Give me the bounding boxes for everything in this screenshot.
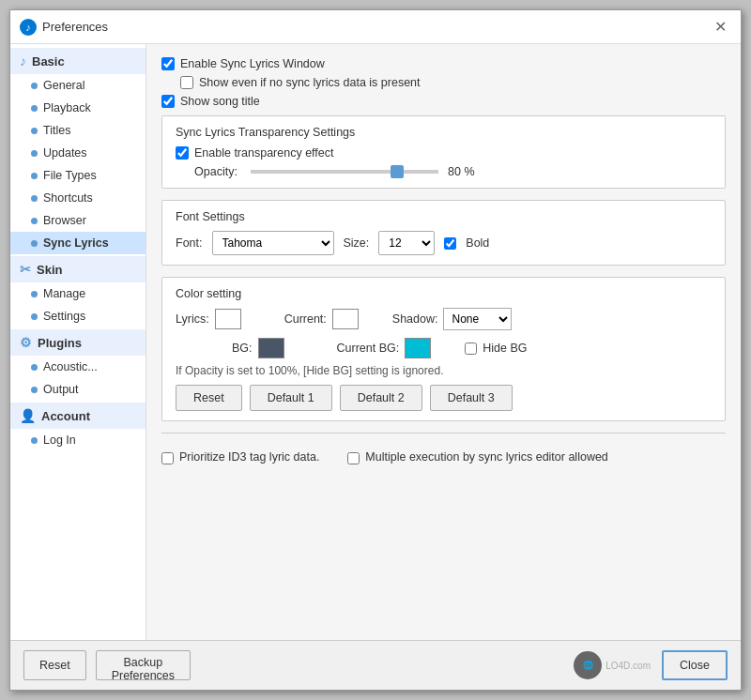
- window-footer: Reset Backup Preferences 🌐 LO4D.com Clos…: [10, 640, 741, 690]
- enable-transparency-row: Enable transparency effect: [176, 146, 712, 160]
- enable-sync-checkbox[interactable]: [161, 57, 175, 70]
- lyrics-color-swatch[interactable]: [215, 309, 241, 329]
- enable-transparency-checkbox[interactable]: [176, 146, 189, 160]
- sidebar-item-shortcuts[interactable]: Shortcuts: [10, 187, 146, 209]
- multiple-execution-checkbox[interactable]: [347, 452, 360, 464]
- prioritize-label: Prioritize ID3 tag lyric data.: [179, 450, 319, 464]
- sidebar-item-updates[interactable]: Updates: [10, 142, 146, 164]
- sidebar-output-label: Output: [43, 383, 79, 396]
- color-row-2: BG: Current BG: Hide BG: [176, 338, 712, 358]
- current-bg-swatch[interactable]: [405, 338, 431, 358]
- multiple-execution-checkbox-item: Multiple execution by sync lyrics editor…: [347, 450, 607, 464]
- sidebar-item-login[interactable]: Log In: [10, 429, 146, 451]
- basic-icon: ♪: [20, 53, 26, 68]
- hide-bg-label: Hide BG: [483, 342, 527, 355]
- prioritize-checkbox-item: Prioritize ID3 tag lyric data.: [161, 450, 319, 464]
- enable-transparency-label: Enable transparency effect: [194, 146, 333, 160]
- sidebar-shortcuts-label: Shortcuts: [43, 191, 93, 205]
- sidebar-synclyrics-label: Sync Lyrics: [43, 236, 109, 250]
- shadow-item: Shadow: None Light Medium Dark: [392, 308, 513, 330]
- lyrics-color-item: Lyrics:: [176, 309, 241, 329]
- sidebar-header-basic[interactable]: ♪ Basic: [10, 48, 146, 74]
- hide-bg-checkbox[interactable]: [465, 342, 477, 355]
- watermark-text: LO4D.com: [605, 661, 651, 671]
- sidebar-item-titles[interactable]: Titles: [10, 119, 146, 142]
- sidebar-skin-label: Skin: [37, 263, 62, 277]
- color-row-1: Lyrics: Current: Shadow: None Light: [176, 308, 712, 330]
- default3-button[interactable]: Default 3: [430, 385, 513, 411]
- color-reset-button[interactable]: Reset: [176, 385, 242, 411]
- opacity-row: Opacity: 80 %: [176, 165, 712, 178]
- dot-icon: [31, 313, 38, 320]
- footer-left: Reset Backup Preferences: [23, 650, 191, 680]
- dot-icon: [31, 387, 38, 393]
- sidebar-header-plugins[interactable]: ⚙ Plugins: [10, 329, 146, 356]
- sidebar-basic-label: Basic: [32, 54, 65, 68]
- sidebar-item-manage[interactable]: Manage: [10, 282, 146, 305]
- sidebar-browser-label: Browser: [43, 214, 86, 227]
- show-song-title-checkbox[interactable]: [161, 95, 175, 108]
- sidebar-titles-label: Titles: [43, 124, 70, 137]
- dot-icon: [31, 83, 38, 89]
- enable-sync-row: Enable Sync Lyrics Window: [161, 57, 726, 70]
- sidebar-basic-section: ♪ Basic General Playback Titles Up: [10, 48, 146, 254]
- sidebar-manage-label: Manage: [43, 287, 85, 300]
- sidebar-acoustic-label: Acoustic...: [43, 360, 98, 373]
- sidebar-item-playback[interactable]: Playback: [10, 97, 146, 119]
- prioritize-checkbox[interactable]: [161, 452, 174, 464]
- color-buttons-row: Reset Default 1 Default 2 Default 3: [176, 385, 712, 411]
- sidebar-account-section: 👤 Account Log In: [10, 403, 146, 451]
- title-bar-left: ♪ Preferences: [20, 19, 108, 36]
- bold-label: Bold: [466, 236, 489, 250]
- sidebar-item-output[interactable]: Output: [10, 378, 146, 401]
- dot-icon: [31, 128, 38, 134]
- dot-icon: [31, 291, 38, 297]
- default1-button[interactable]: Default 1: [250, 385, 332, 411]
- enable-sync-label: Enable Sync Lyrics Window: [180, 57, 325, 70]
- sidebar-general-label: General: [43, 79, 84, 92]
- sync-lyrics-main-section: Enable Sync Lyrics Window Show even if n…: [161, 57, 726, 108]
- sidebar-settings-label: Settings: [43, 310, 85, 323]
- sidebar: ♪ Basic General Playback Titles Up: [10, 44, 146, 640]
- current-bg-label: Current BG:: [337, 342, 400, 355]
- transparency-section: Sync Lyrics Transparency Settings Enable…: [161, 115, 726, 189]
- footer-reset-button[interactable]: Reset: [23, 650, 86, 680]
- font-row: Font: Tahoma Arial Verdana Times New Rom…: [176, 231, 712, 255]
- skin-icon: ✂: [20, 262, 31, 277]
- sidebar-header-account[interactable]: 👤 Account: [10, 403, 146, 429]
- bg-color-swatch[interactable]: [258, 338, 284, 358]
- sidebar-item-settings[interactable]: Settings: [10, 305, 146, 327]
- current-bg-item: Current BG:: [337, 338, 432, 358]
- shadow-select[interactable]: None Light Medium Dark: [443, 308, 512, 330]
- plugins-icon: ⚙: [20, 335, 32, 350]
- bold-checkbox[interactable]: [444, 237, 456, 250]
- show-no-data-checkbox[interactable]: [180, 76, 193, 89]
- current-color-label: Current:: [284, 312, 327, 326]
- font-settings-title: Font Settings: [176, 210, 712, 223]
- color-grid: Lyrics: Current: Shadow: None Light: [176, 308, 712, 358]
- font-settings-section: Font Settings Font: Tahoma Arial Verdana…: [161, 200, 726, 266]
- sidebar-plugins-section: ⚙ Plugins Acoustic... Output: [10, 329, 146, 401]
- window-title: Preferences: [42, 20, 108, 34]
- sidebar-header-skin[interactable]: ✂ Skin: [10, 256, 146, 282]
- sidebar-item-filetypes[interactable]: File Types: [10, 164, 146, 187]
- window-close-button[interactable]: ✕: [709, 16, 731, 38]
- sidebar-item-browser[interactable]: Browser: [10, 209, 146, 232]
- footer-backup-button[interactable]: Backup Preferences: [96, 650, 191, 680]
- opacity-slider[interactable]: [251, 170, 438, 174]
- current-color-swatch[interactable]: [332, 309, 359, 329]
- watermark: 🌐 LO4D.com: [574, 651, 651, 679]
- current-color-item: Current:: [284, 309, 359, 329]
- lyrics-color-label: Lyrics:: [176, 312, 209, 326]
- hide-bg-item: Hide BG: [465, 342, 527, 355]
- sidebar-item-general[interactable]: General: [10, 74, 146, 97]
- font-size-select[interactable]: 810121416: [378, 231, 435, 255]
- sidebar-item-synclyrics[interactable]: Sync Lyrics: [10, 232, 146, 254]
- bottom-checkboxes: Prioritize ID3 tag lyric data. Multiple …: [161, 441, 726, 474]
- font-select[interactable]: Tahoma Arial Verdana Times New Roman: [212, 231, 334, 255]
- sidebar-login-label: Log In: [43, 434, 76, 447]
- footer-close-button[interactable]: Close: [662, 650, 728, 680]
- sidebar-updates-label: Updates: [43, 146, 87, 160]
- default2-button[interactable]: Default 2: [340, 385, 422, 411]
- sidebar-item-acoustic[interactable]: Acoustic...: [10, 356, 146, 378]
